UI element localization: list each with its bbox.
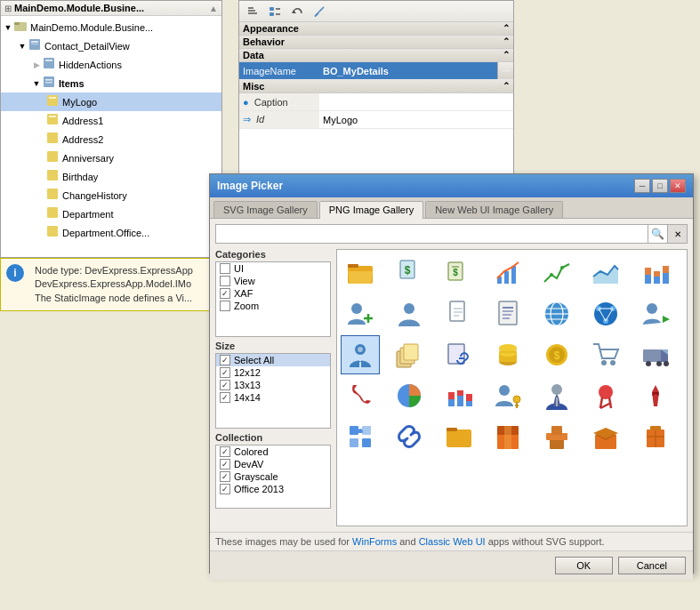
prop-row-caption[interactable]: ● Caption — [239, 93, 513, 111]
img-dollar-doc2[interactable]: $ — [439, 253, 479, 293]
img-doc-blank[interactable] — [439, 294, 479, 333]
tree-item-dept-office[interactable]: Department.Office... — [1, 223, 221, 242]
search-input[interactable] — [215, 224, 648, 244]
dialog-maximize-button[interactable]: □ — [652, 179, 668, 193]
expander-items[interactable]: ▼ — [31, 78, 42, 89]
behavior-collapse-icon[interactable]: ⌃ — [503, 36, 510, 46]
search-clear-button[interactable]: ✕ — [668, 224, 688, 244]
img-phone[interactable] — [341, 376, 380, 415]
section-data[interactable]: Data ⌃ — [239, 49, 513, 62]
search-button[interactable]: 🔍 — [648, 224, 668, 244]
tree-item-mylogo[interactable]: MyLogo — [1, 92, 221, 111]
cat-xaf[interactable]: XAF — [216, 287, 330, 300]
size-12x12-checkbox[interactable] — [220, 367, 230, 378]
ok-button[interactable]: OK — [555, 557, 613, 574]
cat-xaf-checkbox[interactable] — [220, 288, 230, 299]
tree-item-address2[interactable]: Address2 — [1, 130, 221, 148]
img-chart-line[interactable] — [537, 253, 576, 293]
imagename-picker-button[interactable]: ··· — [497, 62, 513, 79]
img-dollar-doc[interactable]: $ — [390, 253, 429, 293]
cat-ui[interactable]: UI — [216, 262, 330, 275]
cat-ui-checkbox[interactable] — [220, 263, 230, 274]
img-coins[interactable]: $ — [537, 335, 576, 374]
expander-root[interactable]: ▼ — [3, 22, 13, 33]
tree-item-anniversary[interactable]: Anniversary — [1, 148, 221, 167]
tab-new-web-gallery[interactable]: New Web UI Image Gallery — [425, 201, 563, 218]
tree-item-root[interactable]: ▼ MainDemo.Module.Busine... — [1, 18, 221, 36]
link-button[interactable] — [310, 3, 329, 20]
tree-item-department[interactable]: Department — [1, 205, 221, 223]
tree-item-birthday[interactable]: Birthday — [1, 167, 221, 186]
col-grayscale[interactable]: Grayscale — [216, 470, 330, 483]
img-globe-blue[interactable] — [537, 294, 576, 333]
expander-contact[interactable]: ▼ — [17, 41, 28, 52]
col-grayscale-checkbox[interactable] — [220, 471, 230, 482]
img-person[interactable] — [390, 294, 429, 333]
img-chart-pie[interactable] — [390, 376, 429, 415]
tab-png-gallery[interactable]: PNG Image Gallery — [319, 201, 423, 219]
size-selectall-checkbox[interactable] — [220, 355, 230, 365]
tree-item-items[interactable]: ▼ Items — [1, 74, 221, 92]
col-office2013-checkbox[interactable] — [220, 484, 230, 494]
img-person-add[interactable] — [341, 294, 380, 333]
img-files-stack[interactable] — [390, 335, 429, 374]
img-person-suit[interactable] — [537, 376, 576, 415]
tree-item-changehistory[interactable]: ChangeHistory — [1, 186, 221, 205]
img-doc-text[interactable] — [488, 294, 527, 333]
size-13x13[interactable]: 13x13 — [216, 379, 330, 391]
img-folder-yellow[interactable] — [439, 417, 479, 456]
section-misc[interactable]: Misc ⌃ — [239, 80, 513, 93]
img-globe-network[interactable] — [586, 294, 625, 333]
col-colored-checkbox[interactable] — [220, 446, 230, 457]
img-box-orange[interactable] — [488, 417, 527, 456]
cancel-button[interactable]: Cancel — [618, 557, 686, 574]
col-devav[interactable]: DevAV — [216, 458, 330, 470]
size-13x13-checkbox[interactable] — [220, 380, 230, 390]
size-12x12[interactable]: 12x12 — [216, 366, 330, 379]
img-folder-open[interactable] — [341, 253, 380, 293]
section-behavior[interactable]: Behavior ⌃ — [239, 36, 513, 49]
cat-view-checkbox[interactable] — [220, 276, 230, 286]
size-14x14[interactable]: 14x14 — [216, 391, 330, 404]
section-appearance[interactable]: Appearance ⌃ — [239, 22, 513, 36]
size-selectall[interactable]: Select All — [216, 354, 330, 366]
cat-zoom-checkbox[interactable] — [220, 301, 230, 311]
sort-asc-button[interactable] — [243, 3, 262, 20]
cat-view[interactable]: View — [216, 275, 330, 287]
img-person-info[interactable]: i — [341, 335, 380, 374]
img-puzzle[interactable] — [341, 417, 380, 456]
cat-zoom[interactable]: Zoom — [216, 300, 330, 312]
img-box-open[interactable] — [586, 417, 625, 456]
appearance-collapse-icon[interactable]: ⌃ — [503, 23, 510, 33]
undo-button[interactable] — [287, 3, 307, 20]
img-chart-stack[interactable] — [636, 253, 675, 293]
col-devav-checkbox[interactable] — [220, 459, 230, 470]
dialog-close-button[interactable]: ✕ — [670, 179, 686, 193]
prop-row-id[interactable]: ⇒ Id MyLogo — [239, 111, 513, 129]
img-chart-stacked[interactable] — [439, 376, 479, 415]
img-ribbon[interactable] — [586, 376, 625, 415]
expander-hidden[interactable]: ▶ — [31, 60, 42, 70]
col-colored[interactable]: Colored — [216, 445, 330, 458]
prop-row-imagename[interactable]: ImageName BO_MyDetails ··· — [239, 62, 513, 80]
img-link-blue[interactable] — [390, 417, 429, 456]
img-truck[interactable] — [636, 335, 675, 374]
data-collapse-icon[interactable]: ⌃ — [503, 50, 510, 60]
img-box-stack[interactable] — [537, 417, 576, 456]
img-box-ship[interactable] — [636, 417, 675, 456]
tab-svg-gallery[interactable]: SVG Image Gallery — [213, 201, 318, 218]
classic-webui-link[interactable]: Classic Web UI — [419, 536, 486, 547]
img-chart-small-up[interactable] — [488, 253, 527, 293]
tree-item-address1[interactable]: Address1 — [1, 111, 221, 130]
misc-collapse-icon[interactable]: ⌃ — [503, 81, 510, 91]
sort-cat-button[interactable] — [265, 3, 285, 20]
img-coins-stack[interactable] — [488, 335, 527, 374]
img-person-go[interactable] — [636, 294, 675, 333]
size-14x14-checkbox[interactable] — [220, 392, 230, 403]
img-shopping-cart[interactable] — [586, 335, 625, 374]
winforms-link[interactable]: WinForms — [352, 536, 397, 547]
tree-item-contact[interactable]: ▼ Contact_DetailView — [1, 36, 221, 55]
img-tie[interactable] — [636, 376, 675, 415]
dialog-minimize-button[interactable]: ─ — [634, 179, 650, 193]
col-office2013[interactable]: Office 2013 — [216, 483, 330, 495]
